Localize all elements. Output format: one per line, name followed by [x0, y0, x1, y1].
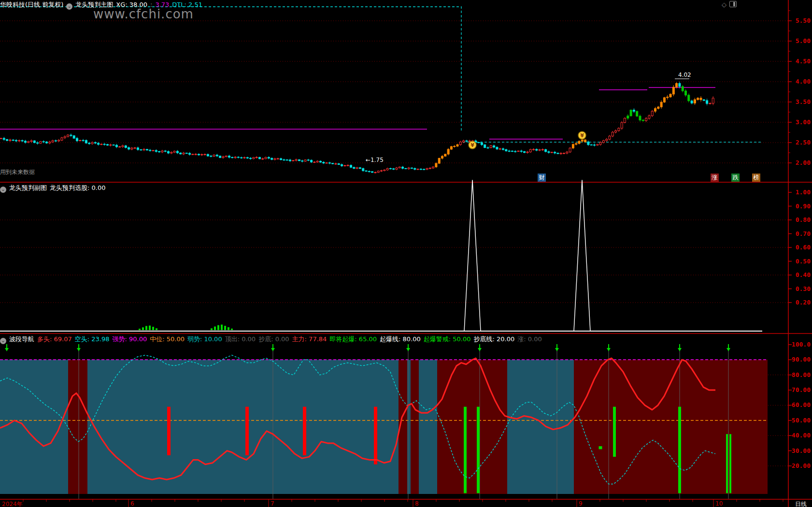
quick-badge-榜[interactable]: 榜 [752, 174, 760, 182]
future-data-note: 用到未来数据 [0, 168, 35, 176]
alt-value: 3.73 [155, 1, 169, 8]
y-axis-label: 2.50 [790, 139, 811, 146]
indicator-field: 弱势: 10.00 [187, 335, 222, 343]
panel2-indicator-name: 龙头预判副图 [9, 184, 47, 191]
y-axis-label: 3.00 [790, 118, 811, 126]
money-coin-icon: ¥ [470, 142, 474, 148]
panel3-fields: 多头: 69.07空头: 23.98强势: 90.00中位: 50.00弱势: … [37, 335, 545, 343]
y-axis-label: 3.50 [790, 98, 811, 105]
y-axis-label: 60.00 [790, 401, 811, 408]
y-axis-label: 0.70 [790, 230, 811, 237]
panel3-title-bar: ⌄波段导航多头: 69.07空头: 23.98强势: 90.00中位: 50.0… [0, 335, 548, 344]
indicator-field: 起爆线: 80.00 [380, 335, 421, 343]
y-axis-label: 0.60 [790, 244, 811, 251]
indicator-field: 中位: 50.00 [150, 335, 185, 343]
period-selector[interactable]: 日线 [791, 500, 811, 507]
y-axis-label: 4.00 [790, 78, 811, 85]
y-axis-label: 50.00 [790, 417, 811, 424]
collapse-icon[interactable]: ⌄ [66, 3, 72, 10]
y-axis-label: 2.00 [790, 159, 811, 166]
diamond-icon[interactable]: ◇ [722, 1, 727, 8]
y-axis-label: 40.00 [790, 432, 811, 439]
main-title-bar: 华映科技(日线 前复权)⌄龙头预判主图XG: 38.00:3.73DTL: 2.… [0, 0, 205, 10]
main-indicator-name: 龙头预判主图 [75, 1, 113, 8]
y-axis-label: 0.50 [790, 258, 811, 265]
xg-value: XG: 38.00 [116, 1, 147, 8]
quick-badge-涨[interactable]: 涨 [711, 174, 719, 182]
collapse-icon[interactable]: ⌄ [0, 187, 6, 193]
y-axis-label: 5.00 [790, 37, 811, 44]
panel2-fields: 龙头预判选股: 0.00 [50, 184, 108, 191]
y-axis-label: 0.80 [790, 216, 811, 223]
indicator-field: 主力: 77.84 [292, 335, 327, 343]
x-axis-label: 7 [271, 500, 274, 507]
y-axis-label: 0.90 [790, 203, 811, 210]
panel2-title-bar: ⌄龙头预判副图龙头预判选股: 0.00 [0, 184, 111, 193]
y-axis-label: 70.00 [790, 386, 811, 393]
indicator-field: 顶出: 0.00 [225, 335, 256, 343]
indicator-field: 强势: 90.00 [112, 335, 147, 343]
money-coin-icon: ¥ [580, 132, 584, 139]
x-axis-label: 8 [415, 500, 419, 507]
indicator-field: 抄底: 0.00 [258, 335, 289, 343]
x-axis-label: 2024年 [2, 500, 23, 507]
low-price-label: ←1.75 [366, 157, 384, 163]
window-controls: ◇ [722, 1, 737, 8]
quick-badge-跌[interactable]: 跌 [731, 174, 740, 182]
y-axis-label: 0.20 [790, 299, 811, 306]
y-axis-label: 5.50 [790, 17, 811, 24]
indicator-field: 涨: 0.00 [517, 335, 541, 343]
separator: : [150, 1, 152, 8]
app-title: 华映科技(日线 前复权) [0, 1, 63, 8]
dtl-value: DTL: 2.51 [172, 1, 202, 8]
indicator-field: 空头: 23.98 [75, 335, 110, 343]
y-axis-label: 30.00 [790, 447, 811, 454]
y-axis-label: 1.00 [790, 188, 811, 196]
indicator-field: 起爆警戒: 50.00 [424, 335, 471, 343]
indicator-field: 即将起爆: 65.00 [329, 335, 377, 343]
y-axis-label: 80.00 [790, 371, 811, 378]
y-axis-label: 0.40 [790, 271, 811, 278]
y-axis-label: 20.00 [790, 462, 811, 469]
indicator-field: 多头: 69.07 [37, 335, 72, 343]
panel3-indicator-name: 波段导航 [9, 335, 34, 343]
indicator-field: 龙头预判选股: 0.00 [50, 184, 105, 191]
x-axis-label: 9 [579, 500, 583, 507]
collapse-icon[interactable]: ⌄ [0, 338, 6, 344]
x-axis-label: 10 [715, 500, 723, 507]
trading-app-window: ¥¥ 华映科技(日线 前复权)⌄龙头预判主图XG: 38.00:3.73DTL:… [0, 0, 812, 507]
indicator-field: 抄底线: 20.00 [474, 335, 515, 343]
y-axis-label: 90.00 [790, 356, 811, 363]
y-axis-label: 0.30 [790, 285, 811, 292]
x-axis-label: 6 [130, 500, 134, 507]
y-axis-label: 100.0 [790, 341, 811, 348]
window-split-icon[interactable] [729, 1, 737, 7]
quick-badge-财[interactable]: 财 [538, 174, 546, 182]
peak-price-label: 4.02 [678, 72, 691, 78]
y-axis-label: 4.50 [790, 58, 811, 65]
